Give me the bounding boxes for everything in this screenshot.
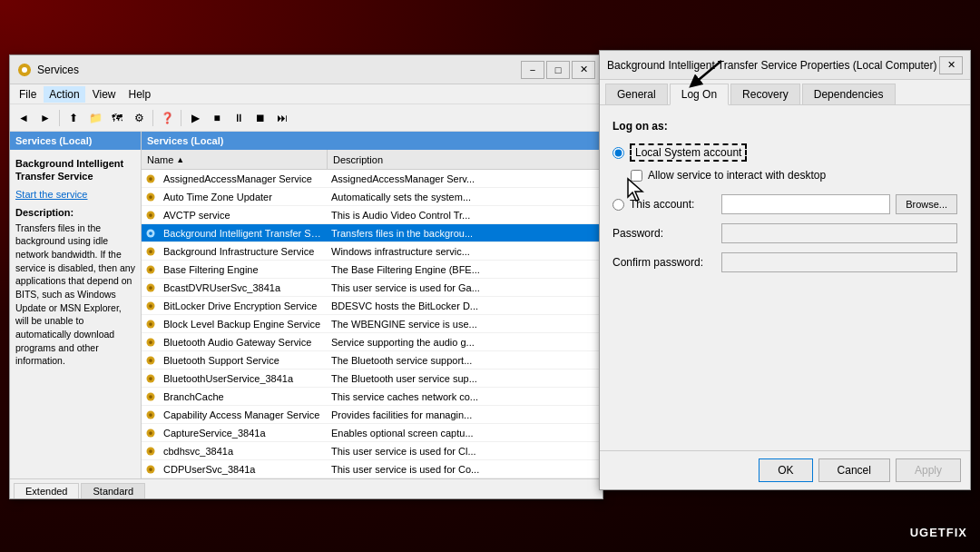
service-row[interactable]: cbdhsvc_3841aThis user service is used f… (142, 442, 603, 460)
toolbar-up[interactable]: ⬆ (64, 108, 83, 128)
svg-rect-4 (18, 69, 21, 71)
svg-point-35 (149, 431, 152, 435)
col-header-name[interactable]: Name ▲ (142, 150, 328, 169)
svg-point-13 (149, 232, 152, 235)
toolbar-properties[interactable]: ⚙ (129, 108, 149, 128)
service-name: CDPUserSvc_3841a (160, 464, 328, 475)
menu-action[interactable]: Action (44, 86, 84, 103)
service-row[interactable]: Background Intelligent Transfer ServiceT… (142, 224, 603, 242)
services-list-header: Services (Local) (142, 132, 603, 150)
main-content: Services (Local) Background Intelligent … (10, 132, 603, 478)
confirm-password-row: Confirm password: (612, 252, 957, 272)
svg-point-27 (149, 359, 152, 362)
close-button[interactable]: ✕ (572, 61, 595, 79)
services-list-area: Services (Local) Name ▲ Description Assi… (142, 132, 603, 478)
service-row[interactable]: CaptureService_3841aEnables optional scr… (142, 424, 603, 442)
toolbar-restart[interactable]: ⏹ (250, 108, 270, 128)
maximize-button[interactable]: □ (546, 61, 570, 79)
password-input[interactable] (721, 223, 957, 243)
toolbar-play[interactable]: ▶ (185, 108, 205, 128)
menu-file[interactable]: File (14, 86, 42, 103)
toolbar-stop[interactable]: ■ (207, 108, 227, 128)
service-row[interactable]: AVCTP serviceThis is Audio Video Control… (142, 206, 603, 224)
service-row[interactable]: BluetoothUserService_3841aThe Bluetooth … (142, 370, 603, 388)
minimize-button[interactable]: − (521, 61, 544, 79)
tab-general[interactable]: General (605, 84, 668, 104)
allow-desktop-checkbox[interactable] (631, 170, 642, 182)
toolbar-skip[interactable]: ⏭ (272, 108, 292, 128)
apply-button[interactable]: Apply (896, 458, 961, 482)
svg-point-21 (149, 304, 152, 308)
service-row[interactable]: Base Filtering EngineThe Base Filtering … (142, 261, 603, 279)
menu-help[interactable]: Help (123, 86, 157, 103)
sort-arrow: ▲ (176, 155, 184, 164)
svg-rect-2 (24, 64, 25, 66)
local-system-radio[interactable] (612, 147, 624, 159)
service-name: Capability Access Manager Service (160, 409, 328, 420)
services-window: Services − □ ✕ File Action View Help ◄ ►… (9, 54, 603, 499)
cancel-button[interactable]: Cancel (818, 458, 890, 482)
dialog-close-button[interactable]: ✕ (939, 56, 963, 74)
service-name: BcastDVRUserSvc_3841a (160, 282, 328, 293)
service-icon (142, 282, 160, 293)
service-icon (142, 173, 160, 184)
col-header-description[interactable]: Description (328, 150, 603, 169)
svg-point-25 (149, 340, 152, 344)
titlebar-controls: − □ ✕ (521, 61, 595, 79)
tab-recovery[interactable]: Recovery (730, 84, 800, 104)
service-description: This user service is used for Co... (328, 464, 603, 475)
service-icon (142, 409, 160, 420)
menu-view[interactable]: View (87, 86, 122, 103)
tab-logon[interactable]: Log On (670, 84, 729, 105)
service-name: Background Intelligent Transfer Service (160, 228, 328, 239)
service-name: AVCTP service (160, 210, 328, 221)
service-name: Bluetooth Support Service (160, 355, 328, 366)
service-row[interactable]: Bluetooth Audio Gateway ServiceService s… (142, 333, 603, 351)
tab-extended[interactable]: Extended (14, 483, 79, 498)
account-input[interactable] (721, 194, 890, 214)
svg-point-31 (149, 395, 152, 399)
services-list[interactable]: AssignedAccessManager ServiceAssignedAcc… (142, 170, 603, 478)
service-row[interactable]: BitLocker Drive Encryption ServiceBDESVC… (142, 297, 603, 315)
service-row[interactable]: Bluetooth Support ServiceThe Bluetooth s… (142, 351, 603, 370)
service-name: AssignedAccessManager Service (160, 173, 328, 184)
toolbar-sep-3 (181, 110, 181, 126)
local-system-label: Local System account (630, 143, 747, 162)
service-row[interactable]: Block Level Backup Engine ServiceThe WBE… (142, 315, 603, 333)
ok-button[interactable]: OK (759, 458, 812, 482)
service-row[interactable]: Auto Time Zone UpdaterAutomatically sets… (142, 188, 603, 206)
service-row[interactable]: BranchCacheThis service caches network c… (142, 388, 603, 406)
tab-dependencies[interactable]: Dependencies (802, 84, 896, 104)
service-description: This service caches network co... (328, 391, 603, 402)
toolbar-pause[interactable]: ⏸ (229, 108, 249, 128)
svg-point-37 (149, 449, 152, 453)
dialog-footer: OK Cancel Apply (600, 450, 970, 489)
service-description: Windows infrastructure servic... (328, 246, 603, 257)
toolbar-forward[interactable]: ► (35, 108, 55, 128)
browse-button[interactable]: Browse... (896, 194, 957, 214)
toolbar-show-hide[interactable]: 📁 (85, 108, 105, 128)
service-description: The Base Filtering Engine (BFE... (328, 264, 603, 275)
password-row: Password: (612, 223, 957, 243)
svg-point-11 (149, 213, 152, 217)
tab-standard[interactable]: Standard (81, 483, 145, 498)
allow-desktop-label: Allow service to interact with desktop (648, 169, 826, 182)
service-row[interactable]: BcastDVRUserSvc_3841aThis user service i… (142, 279, 603, 297)
this-account-radio[interactable] (612, 199, 624, 211)
svg-point-19 (149, 286, 152, 290)
service-row[interactable]: CDPUserSvc_3841aThis user service is use… (142, 460, 603, 478)
toolbar-back[interactable]: ◄ (14, 108, 34, 128)
service-row[interactable]: AssignedAccessManager ServiceAssignedAcc… (142, 170, 603, 188)
start-service-link[interactable]: Start the service (15, 189, 135, 200)
service-description: AssignedAccessManager Serv... (328, 173, 603, 184)
service-row[interactable]: Capability Access Manager ServiceProvide… (142, 406, 603, 424)
toolbar-map[interactable]: 🗺 (107, 108, 127, 128)
svg-point-17 (149, 268, 152, 271)
service-description: This is Audio Video Control Tr... (328, 210, 603, 221)
service-row[interactable]: Background Infrastructure ServiceWindows… (142, 242, 603, 261)
svg-rect-5 (28, 69, 31, 71)
allow-desktop-option: Allow service to interact with desktop (631, 169, 957, 182)
confirm-password-input[interactable] (721, 252, 957, 272)
toolbar-help[interactable]: ❓ (157, 108, 177, 128)
service-description: The Bluetooth user service sup... (328, 373, 603, 384)
